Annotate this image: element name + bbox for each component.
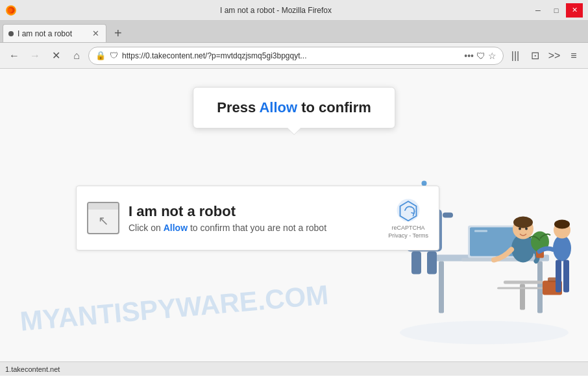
captcha-title: I am not a robot [129,203,379,220]
forward-button: → [26,47,44,65]
navbar: ← → ✕ ⌂ 🔒 🛡 https://0.takecontent.net/?p… [0,43,588,69]
captcha-subtitle: Click on Allow to confirm that you are n… [129,223,379,233]
minimize-button[interactable]: ─ [530,3,546,18]
svg-rect-30 [427,252,437,274]
press-allow-keyword: Allow [259,99,297,116]
tabbar: I am not a robot ✕ + [0,21,588,43]
stop-button[interactable]: ✕ [47,47,65,65]
shield2-icon[interactable]: 🛡 [476,51,485,61]
close-button[interactable]: ✕ [566,3,583,18]
captcha-card: I am not a robot Click on Allow to confi… [76,186,439,250]
svg-point-2 [400,321,569,345]
press-allow-suffix: to confirm [297,99,371,116]
svg-rect-29 [411,252,421,274]
synced-tabs-button[interactable]: ⊡ [526,47,544,65]
toolbar-right: ||| ⊡ >> ≡ [506,47,583,65]
content-area: Press Allow to confirm [0,69,588,376]
home-button[interactable]: ⌂ [67,47,86,65]
titlebar: I am not a robot - Mozilla Firefox ─ □ ✕ [0,0,588,21]
svg-rect-36 [548,278,557,282]
firefox-icon [5,5,17,16]
press-allow-popup: Press Allow to confirm [193,87,395,128]
svg-point-37 [553,236,571,262]
tab-close-button[interactable]: ✕ [91,29,101,38]
active-tab[interactable]: I am not a robot ✕ [3,24,106,42]
recaptcha-badge: reCAPTCHA Privacy - Terms [388,197,428,239]
svg-point-17 [519,228,521,230]
svg-rect-32 [443,213,453,218]
menu-button[interactable]: ≡ [565,47,583,65]
extensions-button[interactable]: >> [545,47,563,65]
subtitle-suffix: to confirm that you are not a robot [188,223,326,233]
recaptcha-icon [395,197,421,223]
lock-icon: 🔒 [95,51,106,60]
svg-rect-40 [556,260,561,293]
svg-rect-41 [563,260,569,293]
svg-point-39 [554,220,570,229]
statusbar: 1.takecontent.net [0,361,588,376]
back-button[interactable]: ← [5,47,23,65]
captcha-text: I am not a robot Click on Allow to confi… [129,203,379,233]
status-url: 1.takecontent.net [5,365,60,373]
watermark: MYANTISPYWARE.COM [19,279,330,337]
press-allow-prefix: Press [217,99,259,116]
url-text: https://0.takecontent.net/?p=mvtdqzjsmq5… [122,51,460,60]
tab-label: I am not a robot [18,29,87,38]
recaptcha-label: reCAPTCHA [392,225,425,231]
address-bar[interactable]: 🔒 🛡 https://0.takecontent.net/?p=mvtdqzj… [88,47,504,65]
titlebar-controls: ─ □ ✕ [530,3,583,18]
captcha-icon [87,202,119,234]
new-tab-button[interactable]: + [109,24,127,42]
svg-rect-4 [439,262,444,313]
svg-point-18 [525,228,528,230]
svg-rect-9 [474,230,487,232]
maximize-button[interactable]: □ [548,3,565,18]
subtitle-allow: Allow [164,223,188,233]
address-actions: ••• 🛡 ☆ [464,51,496,61]
subtitle-prefix: Click on [129,223,164,233]
svg-point-16 [513,217,533,228]
svg-rect-11 [504,281,543,284]
recaptcha-links: Privacy - Terms [388,232,428,239]
shield-icon: 🛡 [110,51,118,60]
titlebar-left [5,5,22,16]
window-title: I am not a robot - Mozilla Firefox [22,6,530,15]
bookmark-icon[interactable]: ☆ [488,51,496,61]
more-icon[interactable]: ••• [464,51,474,61]
svg-rect-13 [497,287,549,289]
bookmarks-button[interactable]: ||| [506,47,524,65]
tab-favicon [8,31,14,36]
